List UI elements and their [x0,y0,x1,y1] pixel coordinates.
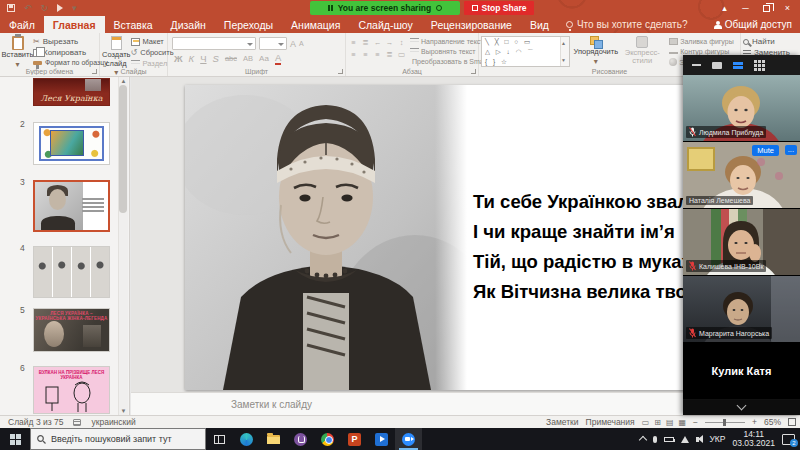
shape-outline-button[interactable]: Контур фигуры [669,48,738,55]
tab-file[interactable]: Файл [0,16,44,33]
zoom-app-button[interactable] [395,428,422,450]
ribbon-display-options-icon[interactable]: ▴ [714,0,735,16]
tab-home[interactable]: Главная [44,16,105,33]
shapes-gallery[interactable]: ╲ ╳ □ ○ ▭ △ ▷ ↓ ◠ ⌒ { } ☆ ▲ ▼ [481,36,570,67]
dialog-launcher-icon[interactable] [471,69,476,74]
volume-icon[interactable] [696,437,699,442]
character-spacing-icon[interactable]: АВ [243,54,253,63]
spellcheck-icon[interactable] [73,419,81,426]
redo-icon[interactable]: ↻ [41,4,49,13]
language-indicator[interactable]: украинский [91,417,135,427]
zoom-out-icon[interactable]: − [693,417,698,427]
file-explorer-button[interactable] [260,428,287,450]
task-view-button[interactable] [206,428,233,450]
shapes-gallery-scroll[interactable]: ▲ ▼ [560,37,569,66]
action-center-icon[interactable]: 2 [782,434,795,445]
microphone-tray-icon[interactable] [653,436,657,443]
align-center-icon[interactable]: ≡ [360,49,371,60]
slideshow-view-icon[interactable]: ▦ [678,418,686,427]
scroll-down-icon[interactable]: ▼ [121,408,127,414]
chrome-button[interactable] [314,428,341,450]
increase-indent-icon[interactable]: → [384,37,395,48]
gallery-view-icon[interactable] [754,60,765,71]
save-icon[interactable] [7,4,15,12]
dialog-launcher-icon[interactable] [338,69,343,74]
zoom-in-icon[interactable]: + [752,417,757,427]
strikethrough-icon[interactable]: abc [225,54,237,63]
more-options-button[interactable]: ... [785,145,797,155]
tab-view[interactable]: Вид [521,16,558,33]
participant-video-2[interactable]: Mute ... Наталія Лемешева [683,142,800,209]
share-settings-icon[interactable] [436,5,442,11]
tab-insert[interactable]: Вставка [105,16,162,33]
fit-slide-icon[interactable] [788,418,796,426]
thumbnail-slide-1[interactable]: Леся Українка [33,78,110,106]
bold-icon[interactable]: Ж [174,53,183,64]
speaker-view-icon[interactable] [712,62,722,69]
shrink-font-icon[interactable]: А [299,40,304,47]
tab-transitions[interactable]: Переходы [215,16,282,33]
share-button[interactable]: Общий доступ [714,16,792,33]
scrollbar-thumb[interactable] [119,85,127,213]
justify-icon[interactable]: ≣ [384,49,395,60]
text-direction-button[interactable]: Направление текста [410,38,488,45]
search-input[interactable] [51,434,196,444]
slide-sorter-icon[interactable]: ⊞ [654,418,661,427]
grow-font-icon[interactable]: А [290,39,296,49]
comments-toggle[interactable]: Примечания [586,417,635,427]
tell-me-box[interactable]: Что вы хотите сделать? [558,16,696,33]
tab-review[interactable]: Рецензирование [422,16,521,33]
scroll-up-icon[interactable]: ▲ [561,38,568,48]
participant-video-3[interactable]: Калишева ІНВ-10Вк [683,209,800,276]
text-shadow-icon[interactable]: S [213,53,219,64]
undo-icon[interactable]: ↶ [24,4,32,13]
columns-icon[interactable]: ▭ [396,49,407,60]
participant-video-5-camera-off[interactable]: Кулик Катя [683,343,800,400]
italic-icon[interactable]: К [189,53,195,64]
stop-share-button[interactable]: Stop Share [464,1,534,15]
zoom-slider-thumb[interactable] [723,419,726,426]
decrease-indent-icon[interactable]: ← [372,37,383,48]
paste-button[interactable]: Вставить ▾ [2,36,33,69]
minimize-icon[interactable]: ─ [735,0,756,16]
reading-view-icon[interactable]: ▤ [666,418,674,427]
arrange-button[interactable]: Упорядочить ▾ [574,36,619,66]
clock[interactable]: 14:11 03.03.2021 [732,430,775,449]
strip-view-icon[interactable] [733,62,743,69]
quick-styles-button[interactable]: Экспресс-стили [622,36,662,66]
zoom-slider[interactable] [705,422,745,423]
restore-icon[interactable] [756,0,777,16]
dialog-launcher-icon[interactable] [92,69,97,74]
align-right-icon[interactable]: ≡ [372,49,383,60]
lesya-ukrainka-photo[interactable] [185,85,467,390]
numbering-icon[interactable]: ≣ [360,37,371,48]
zoom-level[interactable]: 65% [764,417,781,427]
participant-video-4[interactable]: Маргарита Нагорська [683,276,800,343]
change-case-icon[interactable]: Аа [259,54,269,63]
thumbnail-slide-3-selected[interactable] [33,180,110,232]
pause-share-icon[interactable] [328,5,333,11]
notes-pane[interactable]: Заметки к слайду [131,392,683,415]
mute-button[interactable]: Mute [752,145,779,156]
participant-video-1[interactable]: Людмила Приблуда [683,75,800,142]
underline-icon[interactable]: Ч [200,53,206,64]
line-spacing-icon[interactable]: ↕ [396,37,407,48]
tab-design[interactable]: Дизайн [162,16,215,33]
cut-button[interactable]: ✂Вырезать [33,37,108,46]
smartart-button[interactable]: Преобразовать в SmartArt [410,58,488,65]
format-painter-button[interactable]: Формат по образцу [33,59,108,66]
font-name-select[interactable] [172,37,256,50]
find-button[interactable]: Найти [743,37,798,46]
scroll-up-icon[interactable]: ▲ [121,78,127,84]
tab-slideshow[interactable]: Слайд-шоу [349,16,421,33]
close-icon[interactable]: × [777,0,798,16]
collapse-panel-button[interactable] [683,400,800,415]
thumbnail-slide-4[interactable] [33,246,110,298]
normal-view-icon[interactable]: ▭ [642,418,650,427]
powerpoint-button[interactable]: P [341,428,368,450]
thumbnail-slide-6[interactable]: ВУЛКАН НА ПРІЗВИЩЕ ЛЕСЯ УКРАЇНКА [33,366,110,414]
taskbar-search[interactable] [30,428,206,450]
bullets-icon[interactable]: ≡ [348,37,359,48]
thumbnail-slide-2[interactable] [33,122,110,165]
tab-animations[interactable]: Анимация [282,16,349,33]
